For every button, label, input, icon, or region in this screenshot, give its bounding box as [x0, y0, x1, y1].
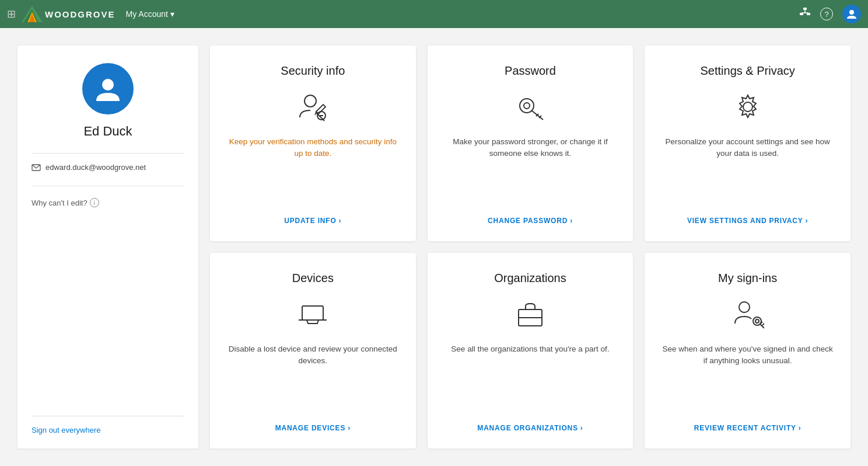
grid-icon[interactable]: ⊞	[7, 8, 16, 20]
svg-line-33	[762, 324, 764, 325]
organizations-title: Organizations	[494, 272, 566, 285]
organizations-description: See all the organizations that you're a …	[451, 343, 609, 412]
devices-title: Devices	[292, 272, 334, 285]
svg-point-29	[753, 317, 761, 325]
svg-point-22	[743, 102, 752, 112]
update-info-link[interactable]: UPDATE INFO ›	[284, 217, 341, 225]
manage-devices-chevron: ›	[348, 424, 351, 432]
svg-rect-4	[803, 8, 807, 10]
profile-divider-top	[32, 153, 184, 154]
email-icon	[32, 164, 41, 171]
org-diagram-icon[interactable]	[799, 7, 811, 22]
profile-email: edward.duck@woodgrove.net	[46, 163, 146, 172]
user-avatar-button[interactable]	[842, 5, 861, 23]
svg-point-28	[739, 302, 750, 312]
info-icon[interactable]: i	[90, 198, 99, 207]
svg-point-9	[849, 10, 854, 15]
manage-organizations-chevron: ›	[580, 424, 583, 432]
svg-line-16	[315, 112, 316, 115]
password-card: Password Make your password stronger, or…	[428, 46, 634, 241]
organizations-icon	[513, 297, 548, 332]
svg-rect-23	[302, 306, 323, 320]
my-sign-ins-title: My sign-ins	[718, 272, 777, 285]
profile-divider-mid	[32, 186, 184, 186]
manage-organizations-link[interactable]: MANAGE ORGANIZATIONS ›	[477, 424, 583, 432]
profile-email-row: edward.duck@woodgrove.net	[32, 163, 146, 172]
my-account-label: My Account	[126, 9, 168, 19]
chevron-down-icon: ▾	[170, 9, 174, 19]
my-account-button[interactable]: My Account ▾	[126, 9, 174, 19]
svg-point-12	[304, 95, 316, 107]
logo-text: WOODGROVE	[45, 9, 116, 19]
top-navigation: ⊞ WOODGROVE My Account ▾ ?	[0, 0, 868, 28]
change-password-link[interactable]: CHANGE PASSWORD ›	[488, 217, 573, 225]
my-sign-ins-card: My sign-ins See when and where you've si…	[645, 253, 850, 448]
password-title: Password	[505, 64, 556, 78]
topnav-right: ?	[799, 5, 861, 23]
review-recent-activity-chevron: ›	[799, 424, 802, 432]
review-recent-activity-link[interactable]: REVIEW RECENT ACTIVITY ›	[694, 424, 802, 432]
logo: WOODGROVE	[22, 6, 116, 22]
devices-description: Disable a lost device and review your co…	[226, 343, 400, 412]
settings-privacy-card: Settings & Privacy Personalize your acco…	[645, 46, 850, 241]
cards-grid: Security info Keep your verification met…	[210, 46, 850, 448]
settings-privacy-description: Personalize your account settings and se…	[661, 136, 834, 205]
settings-privacy-title: Settings & Privacy	[701, 64, 795, 78]
my-sign-ins-description: See when and where you've signed in and …	[661, 343, 834, 412]
svg-point-31	[755, 319, 759, 323]
password-icon	[513, 89, 548, 124]
devices-card: Devices Disable a lost device and review…	[210, 253, 416, 448]
profile-divider-bottom	[32, 416, 184, 416]
security-info-card: Security info Keep your verification met…	[210, 46, 416, 241]
why-cant-edit: Why can't I edit? i	[32, 198, 99, 207]
my-sign-ins-icon	[730, 297, 765, 332]
change-password-chevron: ›	[570, 217, 573, 225]
settings-privacy-chevron: ›	[806, 217, 808, 225]
profile-card: Ed Duck edward.duck@woodgrove.net Why ca…	[18, 46, 198, 448]
organizations-card: Organizations See all the organizations …	[428, 253, 634, 448]
security-info-title: Security info	[281, 64, 345, 78]
security-info-icon	[295, 89, 330, 124]
sign-out-everywhere-link[interactable]: Sign out everywhere	[32, 426, 101, 434]
view-settings-privacy-link[interactable]: VIEW SETTINGS AND PRIVACY ›	[687, 217, 808, 225]
profile-name: Ed Duck	[83, 124, 132, 139]
logo-svg	[22, 6, 43, 22]
svg-point-19	[524, 103, 530, 109]
settings-privacy-icon	[730, 89, 765, 124]
profile-avatar	[82, 63, 134, 114]
update-info-chevron: ›	[339, 217, 342, 225]
manage-devices-link[interactable]: MANAGE DEVICES ›	[275, 424, 351, 432]
svg-point-10	[102, 79, 114, 91]
main-content: Ed Duck edward.duck@woodgrove.net Why ca…	[0, 28, 868, 466]
devices-icon	[295, 297, 330, 332]
password-description: Make your password stronger, or change i…	[444, 136, 617, 205]
help-icon[interactable]: ?	[820, 8, 833, 20]
security-info-description: Keep your verification methods and secur…	[226, 136, 400, 205]
